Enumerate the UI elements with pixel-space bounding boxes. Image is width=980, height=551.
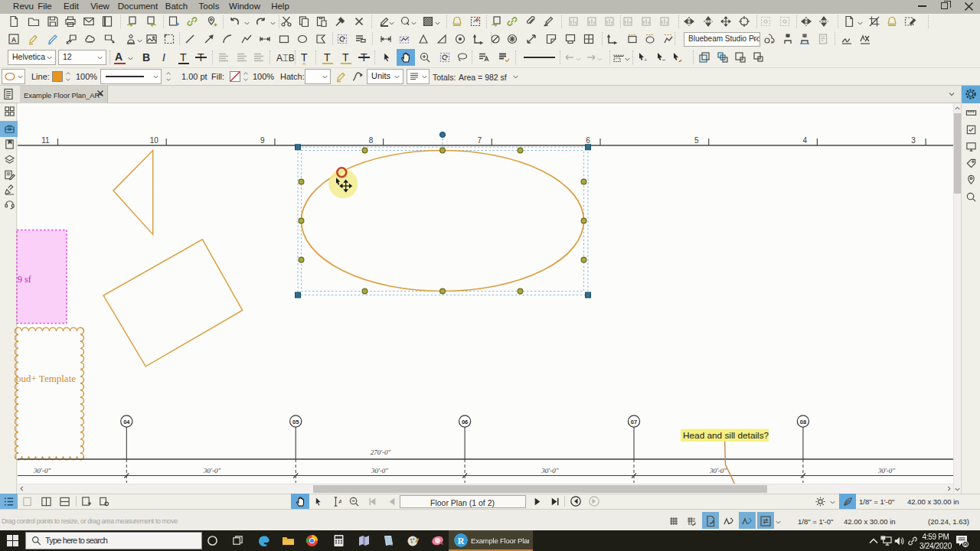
svg-text:Head and sill details?: Head and sill details? [683,430,769,441]
svg-text:05: 05 [292,419,299,425]
svg-text:08: 08 [800,419,806,425]
svg-text:6: 6 [586,136,590,145]
svg-text:30'-0": 30'-0" [33,467,51,474]
svg-text:A: A [338,498,341,505]
svg-text:270'-0": 270'-0" [371,448,391,456]
svg-text:30'-0": 30'-0" [203,467,220,474]
svg-text:30'-0": 30'-0" [541,467,558,474]
svg-text:07: 07 [631,419,637,425]
svg-text:oud+ Template: oud+ Template [16,373,76,384]
svg-text:5: 5 [694,136,699,145]
svg-text:9: 9 [260,136,265,145]
svg-text:7: 7 [478,136,482,145]
svg-text:8: 8 [369,136,374,145]
svg-text:9 sf: 9 sf [18,274,31,285]
svg-text:06: 06 [462,419,468,425]
svg-text:3: 3 [911,136,916,145]
svg-text:04: 04 [123,419,130,425]
svg-text:R: R [458,536,465,546]
svg-text:30'-0": 30'-0" [709,467,727,474]
svg-text:4: 4 [803,136,808,145]
svg-text:30'-0": 30'-0" [371,467,388,474]
svg-text:6: 6 [964,542,967,547]
svg-text:10: 10 [150,136,159,145]
svg-text:30'-0": 30'-0" [877,467,895,474]
svg-text:11: 11 [41,136,50,145]
